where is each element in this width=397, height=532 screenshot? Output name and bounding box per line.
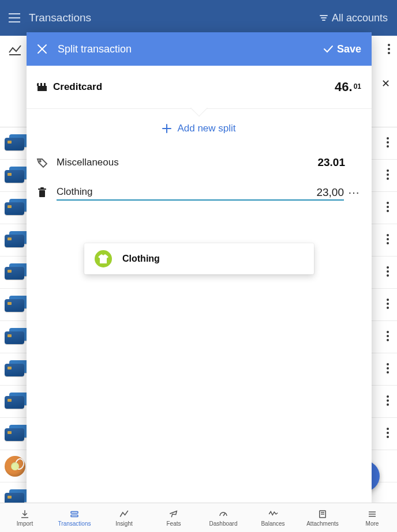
credit-card-icon xyxy=(3,167,28,185)
row-overflow-button[interactable] xyxy=(387,428,389,438)
nav-transactions[interactable]: Transactions xyxy=(50,503,99,532)
svg-point-19 xyxy=(387,234,389,236)
tag-icon xyxy=(36,157,48,168)
save-button[interactable]: Save xyxy=(323,43,372,55)
category-input-wrapper xyxy=(57,185,285,201)
nav-label: Import xyxy=(17,520,33,527)
split-amount-input[interactable] xyxy=(297,186,345,199)
close-modal-button[interactable] xyxy=(27,32,58,66)
svg-point-21 xyxy=(387,242,389,244)
credit-card-icon xyxy=(3,296,28,314)
nav-label: Transactions xyxy=(58,520,91,527)
suggestion-label: Clothing xyxy=(122,254,160,264)
svg-point-15 xyxy=(387,178,389,180)
credit-card-icon xyxy=(3,360,28,379)
close-icon[interactable]: ✕ xyxy=(381,77,390,90)
svg-point-16 xyxy=(387,202,389,204)
row-overflow-button[interactable] xyxy=(387,331,389,341)
nav-label: Feats xyxy=(166,520,181,527)
nav-label: Insight xyxy=(115,520,132,527)
account-name: Creditcard xyxy=(53,81,102,93)
app-top-bar: Transactions All accounts xyxy=(0,0,397,36)
modal-title: Split transaction xyxy=(58,43,323,55)
svg-point-12 xyxy=(387,145,389,148)
tennis-icon xyxy=(5,456,25,477)
delete-split-button[interactable] xyxy=(36,187,48,198)
nav-label: Dashboard xyxy=(209,520,238,527)
row-overflow-button[interactable] xyxy=(387,299,389,309)
svg-point-24 xyxy=(387,274,389,277)
nav-label: Balances xyxy=(261,520,284,527)
credit-card-icon xyxy=(3,328,28,346)
svg-point-13 xyxy=(387,169,389,172)
nav-import[interactable]: Import xyxy=(0,503,50,532)
svg-point-23 xyxy=(387,270,389,273)
row-overflow-button[interactable] xyxy=(387,395,389,406)
split-amount-label: 23.01 xyxy=(299,156,345,169)
modal-header: Split transaction Save xyxy=(27,32,372,66)
bottom-nav: Import Transactions Insight Feats Dashbo… xyxy=(0,503,397,532)
accounts-filter-label: All accounts xyxy=(332,12,388,24)
nav-insight[interactable]: Insight xyxy=(99,503,149,532)
credit-card-icon xyxy=(3,134,28,153)
svg-point-35 xyxy=(387,399,389,402)
svg-point-34 xyxy=(387,395,389,398)
svg-point-30 xyxy=(387,339,389,341)
nav-feats[interactable]: Feats xyxy=(149,503,198,532)
svg-rect-51 xyxy=(71,515,78,516)
credit-card-icon xyxy=(3,199,28,217)
svg-point-25 xyxy=(387,299,389,301)
svg-point-11 xyxy=(387,141,389,144)
split-row: Miscellaneous 23.01 xyxy=(27,148,372,177)
row-overflow-button[interactable] xyxy=(387,234,389,244)
svg-point-20 xyxy=(387,238,389,240)
nav-label: More xyxy=(366,520,379,527)
nav-dashboard[interactable]: Dashboard xyxy=(198,503,248,532)
svg-point-7 xyxy=(388,44,390,46)
nav-more[interactable]: More xyxy=(347,503,397,532)
svg-point-9 xyxy=(388,52,390,54)
chart-icon[interactable] xyxy=(8,44,22,56)
svg-point-44 xyxy=(39,160,41,162)
nav-attachments[interactable]: Attachments xyxy=(298,503,347,532)
category-input[interactable] xyxy=(57,185,285,201)
total-cents: 01 xyxy=(354,82,361,90)
svg-point-36 xyxy=(387,403,389,406)
split-category-label[interactable]: Miscellaneous xyxy=(57,157,299,168)
row-overflow-button[interactable] xyxy=(387,202,389,212)
svg-point-39 xyxy=(387,436,389,438)
hamburger-menu-button[interactable] xyxy=(0,13,29,23)
account-icon xyxy=(37,83,47,91)
svg-point-26 xyxy=(387,303,389,305)
account-total: 46.01 xyxy=(335,80,361,95)
input-underline xyxy=(57,199,344,201)
toolbar-overflow-button[interactable] xyxy=(388,44,390,54)
row-overflow-button[interactable] xyxy=(387,137,389,148)
svg-point-27 xyxy=(387,307,389,309)
svg-point-10 xyxy=(387,137,389,139)
accounts-filter-button[interactable]: All accounts xyxy=(319,12,397,24)
svg-point-14 xyxy=(387,173,389,176)
total-major: 46. xyxy=(335,80,353,95)
add-split-label: Add new split xyxy=(177,123,235,134)
row-overflow-button[interactable] xyxy=(387,169,389,180)
svg-rect-46 xyxy=(38,188,46,190)
page-title: Transactions xyxy=(29,12,91,24)
nav-label: Attachments xyxy=(306,520,339,527)
svg-point-17 xyxy=(387,206,389,208)
credit-card-icon xyxy=(3,489,28,504)
clothing-icon xyxy=(95,250,112,267)
split-row-editing: ⋯ xyxy=(27,178,372,207)
credit-card-icon xyxy=(3,263,28,282)
svg-point-28 xyxy=(387,331,389,333)
filter-lines-icon xyxy=(319,14,328,21)
svg-line-52 xyxy=(223,513,225,516)
split-transaction-modal: Split transaction Save Creditcard 46.01 … xyxy=(27,32,372,503)
row-overflow-button[interactable] xyxy=(387,266,389,277)
split-more-button[interactable]: ⋯ xyxy=(345,186,362,199)
svg-point-31 xyxy=(387,363,389,365)
nav-balances[interactable]: Balances xyxy=(248,503,298,532)
row-overflow-button[interactable] xyxy=(387,363,389,373)
category-suggestion[interactable]: Clothing xyxy=(84,243,314,274)
svg-point-8 xyxy=(388,48,390,50)
